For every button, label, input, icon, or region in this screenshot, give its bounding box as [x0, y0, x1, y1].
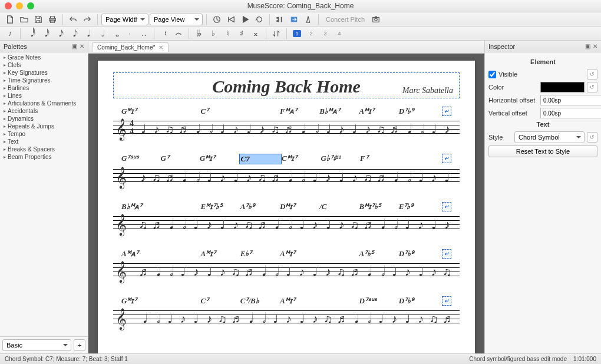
note[interactable]: 𝅗𝅥: [308, 123, 321, 136]
note[interactable]: 𝅘𝅥: [256, 265, 269, 279]
note[interactable]: ♩: [203, 264, 216, 279]
note[interactable]: ♫: [229, 265, 242, 279]
flip-direction-button[interactable]: [270, 28, 283, 39]
flat-button[interactable]: ♭: [207, 28, 220, 39]
note[interactable]: ♫: [150, 171, 163, 184]
note[interactable]: ♫: [361, 171, 374, 184]
chord-symbol[interactable]: Gᴹɪ⁷: [121, 107, 161, 116]
chord-symbol[interactable]: Aᴹɪ⁷: [201, 249, 240, 259]
count-in-button[interactable]: [302, 14, 315, 25]
note[interactable]: ♩: [335, 170, 348, 184]
chord-symbol[interactable]: G⁷ˢᵘˢ: [121, 154, 161, 164]
duration-whole-button[interactable]: 𝅝: [109, 28, 122, 39]
note[interactable]: ♬: [229, 312, 242, 326]
concert-pitch-label[interactable]: Concert Pitch: [322, 16, 368, 23]
note[interactable]: ♪: [229, 218, 242, 231]
close-tab-icon[interactable]: ✕: [158, 44, 163, 51]
redo-button[interactable]: [81, 14, 94, 25]
chord-symbol[interactable]: Gᴹɪ⁷: [121, 296, 161, 306]
note[interactable]: ♬: [282, 123, 295, 136]
system-break-icon[interactable]: ↵: [442, 296, 451, 306]
note[interactable]: ♪: [441, 218, 454, 231]
v-offset-input[interactable]: [540, 108, 601, 118]
note[interactable]: ♬: [361, 218, 374, 231]
pan-toggle-button[interactable]: [288, 14, 300, 25]
reset-style-button[interactable]: ↺: [587, 132, 597, 143]
note[interactable]: ♩: [176, 264, 189, 279]
note[interactable]: ♩: [348, 122, 361, 136]
note[interactable]: ♪: [137, 171, 150, 184]
note[interactable]: ♪: [190, 265, 203, 279]
note[interactable]: ♩: [137, 122, 150, 136]
duration-16th-button[interactable]: 𝅘𝅥𝅯: [52, 28, 65, 39]
palette-item[interactable]: Accidentals: [0, 107, 88, 115]
rewind-button[interactable]: [224, 14, 237, 25]
palette-item[interactable]: Beam Properties: [0, 153, 88, 161]
note[interactable]: ♪: [242, 171, 255, 184]
note[interactable]: ♪: [361, 123, 374, 136]
note[interactable]: ♩: [242, 122, 255, 136]
repeat-toggle-button[interactable]: [273, 14, 286, 25]
note[interactable]: ♬: [348, 265, 361, 279]
note[interactable]: 𝅗𝅥: [388, 218, 401, 231]
chord-symbol[interactable]: Dᴹɪ⁷: [280, 202, 319, 211]
palette-item[interactable]: Tempo: [0, 130, 88, 138]
image-capture-button[interactable]: [369, 14, 382, 25]
note[interactable]: ♫: [348, 218, 361, 231]
chord-symbol[interactable]: D⁷♭⁹: [399, 107, 438, 116]
chord-symbol[interactable]: C⁷: [201, 296, 240, 306]
reset-color-button[interactable]: ↺: [587, 82, 597, 92]
note[interactable]: ♪: [335, 218, 348, 231]
chord-symbol[interactable]: /C: [319, 202, 359, 211]
color-swatch[interactable]: [540, 82, 585, 92]
note[interactable]: 𝅗𝅥: [401, 171, 414, 184]
note[interactable]: ♩: [427, 217, 440, 231]
note[interactable]: 𝅗𝅥: [256, 312, 269, 326]
note[interactable]: 𝅘𝅥: [361, 265, 374, 279]
chord-symbol[interactable]: D⁷♭⁹: [399, 249, 438, 259]
note[interactable]: ♩: [203, 170, 216, 184]
h-offset-input[interactable]: [540, 95, 601, 105]
note[interactable]: ♩: [163, 312, 176, 326]
voice-3-button[interactable]: 3: [319, 28, 332, 39]
chord-symbol[interactable]: A⁷♭⁵: [359, 249, 399, 259]
palette-item[interactable]: Repeats & Jumps: [0, 123, 88, 130]
note[interactable]: 𝅘𝅥: [176, 171, 189, 184]
note[interactable]: ♬: [150, 218, 163, 231]
note[interactable]: ♬: [137, 265, 150, 279]
note[interactable]: ♬: [256, 218, 269, 231]
note[interactable]: ♫: [163, 123, 176, 136]
note[interactable]: 𝅗𝅥: [203, 123, 216, 136]
note[interactable]: 𝅗𝅥: [375, 265, 388, 279]
chord-symbol[interactable]: Aᴹɪ⁷: [280, 249, 319, 259]
duration-double-dot-button[interactable]: ‥: [137, 28, 150, 39]
note[interactable]: 𝅗𝅥: [176, 218, 189, 231]
note[interactable]: 𝅗𝅥: [269, 265, 282, 279]
close-inspector-icon[interactable]: ✕: [593, 43, 597, 49]
staff[interactable]: 𝄞♪♫♬𝅘𝅥𝅗𝅥♩♪♩♪♫♬𝅘𝅥𝅗𝅥♩♪♩♪♫♬𝅘𝅥𝅗𝅥♩♪♩: [113, 166, 460, 189]
note[interactable]: ♩: [401, 217, 414, 231]
note[interactable]: ♩: [427, 122, 440, 136]
note[interactable]: ♫: [322, 312, 335, 326]
chord-symbol[interactable]: [399, 154, 439, 164]
note[interactable]: ♩: [216, 217, 229, 231]
note[interactable]: 𝅗𝅥: [163, 265, 176, 279]
note[interactable]: ♪: [176, 312, 189, 326]
note[interactable]: 𝅗𝅥: [295, 171, 308, 184]
score-viewport[interactable]: Coming Back Home Marc Sabatella Gᴹɪ⁷C⁷Fᴹ…: [88, 54, 484, 353]
note[interactable]: ♬: [375, 171, 388, 184]
note[interactable]: ♪: [216, 171, 229, 184]
chord-symbol[interactable]: [161, 249, 200, 259]
note[interactable]: ♪: [308, 312, 321, 326]
visible-checkbox-row[interactable]: Visible: [488, 71, 585, 78]
palette-item[interactable]: Lines: [0, 92, 88, 100]
note[interactable]: ♩: [388, 264, 401, 279]
note[interactable]: ♪: [441, 123, 454, 136]
system-break-icon[interactable]: ↵: [442, 154, 451, 163]
palette-item[interactable]: Dynamics: [0, 115, 88, 123]
note[interactable]: 𝅘𝅥: [295, 123, 308, 136]
reset-text-style-button[interactable]: Reset Text to Style: [488, 145, 597, 157]
chord-symbol[interactable]: Cᴹɪ⁷: [282, 154, 321, 164]
note[interactable]: ♬: [163, 171, 176, 184]
open-file-button[interactable]: [18, 14, 31, 25]
